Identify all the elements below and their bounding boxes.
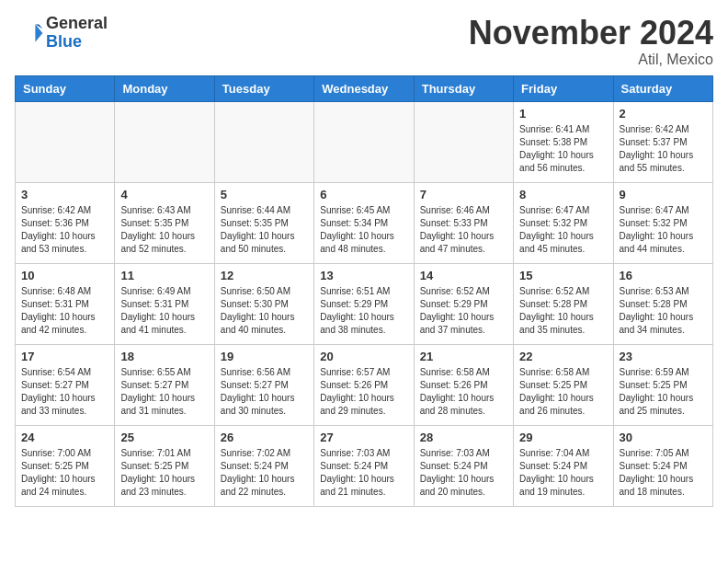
day-number: 29 (519, 431, 607, 444)
day-info: Sunrise: 6:53 AMSunset: 5:28 PMDaylight:… (620, 285, 707, 337)
calendar-day: 21Sunrise: 6:58 AMSunset: 5:26 PMDayligh… (414, 344, 513, 425)
calendar-day: 7Sunrise: 6:46 AMSunset: 5:33 PMDaylight… (414, 182, 513, 263)
calendar-day: 17Sunrise: 6:54 AMSunset: 5:27 PMDayligh… (16, 344, 115, 425)
svg-marker-0 (35, 24, 42, 41)
day-number: 21 (420, 350, 507, 363)
calendar-day: 15Sunrise: 6:52 AMSunset: 5:28 PMDayligh… (514, 263, 613, 344)
day-info: Sunrise: 6:56 AMSunset: 5:27 PMDaylight:… (221, 366, 308, 418)
calendar-day: 10Sunrise: 6:48 AMSunset: 5:31 PMDayligh… (16, 263, 115, 344)
day-info: Sunrise: 6:54 AMSunset: 5:27 PMDaylight:… (21, 366, 108, 418)
day-info: Sunrise: 6:42 AMSunset: 5:37 PMDaylight:… (620, 123, 707, 175)
calendar-day: 30Sunrise: 7:05 AMSunset: 5:24 PMDayligh… (613, 425, 712, 506)
calendar-day: 8Sunrise: 6:47 AMSunset: 5:32 PMDaylight… (514, 182, 613, 263)
day-number: 8 (519, 188, 607, 201)
calendar-day: 4Sunrise: 6:43 AMSunset: 5:35 PMDaylight… (115, 182, 214, 263)
calendar-day: 27Sunrise: 7:03 AMSunset: 5:24 PMDayligh… (314, 425, 414, 506)
day-number: 17 (21, 350, 108, 363)
calendar-day: 13Sunrise: 6:51 AMSunset: 5:29 PMDayligh… (314, 263, 414, 344)
day-info: Sunrise: 6:41 AMSunset: 5:38 PMDaylight:… (519, 123, 607, 175)
calendar-week-4: 17Sunrise: 6:54 AMSunset: 5:27 PMDayligh… (16, 344, 713, 425)
calendar-day: 6Sunrise: 6:45 AMSunset: 5:34 PMDaylight… (314, 182, 414, 263)
calendar-day: 28Sunrise: 7:03 AMSunset: 5:24 PMDayligh… (414, 425, 513, 506)
calendar-day: 16Sunrise: 6:53 AMSunset: 5:28 PMDayligh… (613, 263, 712, 344)
day-number: 5 (221, 188, 308, 201)
day-info: Sunrise: 6:50 AMSunset: 5:30 PMDaylight:… (221, 285, 308, 337)
day-info: Sunrise: 7:03 AMSunset: 5:24 PMDaylight:… (320, 447, 407, 499)
day-number: 16 (620, 269, 707, 282)
day-info: Sunrise: 7:05 AMSunset: 5:24 PMDaylight:… (620, 447, 707, 499)
day-info: Sunrise: 6:46 AMSunset: 5:33 PMDaylight:… (420, 204, 507, 256)
logo-icon (15, 18, 44, 48)
day-number: 11 (120, 269, 208, 282)
calendar-week-5: 24Sunrise: 7:00 AMSunset: 5:25 PMDayligh… (16, 425, 713, 506)
weekday-header-wednesday: Wednesday (314, 75, 414, 101)
calendar-day: 22Sunrise: 6:58 AMSunset: 5:25 PMDayligh… (514, 344, 613, 425)
calendar-day: 9Sunrise: 6:47 AMSunset: 5:32 PMDaylight… (613, 182, 712, 263)
day-number: 18 (120, 350, 208, 363)
weekday-header-tuesday: Tuesday (214, 75, 313, 101)
calendar-day: 23Sunrise: 6:59 AMSunset: 5:25 PMDayligh… (613, 344, 712, 425)
calendar-day (16, 101, 115, 182)
day-number: 22 (519, 350, 607, 363)
day-info: Sunrise: 6:44 AMSunset: 5:35 PMDaylight:… (221, 204, 308, 256)
calendar-day: 5Sunrise: 6:44 AMSunset: 5:35 PMDaylight… (214, 182, 313, 263)
day-number: 4 (120, 188, 208, 201)
calendar-day: 29Sunrise: 7:04 AMSunset: 5:24 PMDayligh… (514, 425, 613, 506)
weekday-header-saturday: Saturday (613, 75, 712, 101)
weekday-header-row: SundayMondayTuesdayWednesdayThursdayFrid… (16, 75, 713, 101)
logo-general: General (46, 14, 108, 32)
day-number: 28 (420, 431, 507, 444)
day-info: Sunrise: 6:48 AMSunset: 5:31 PMDaylight:… (21, 285, 108, 337)
day-info: Sunrise: 7:01 AMSunset: 5:25 PMDaylight:… (120, 447, 208, 499)
calendar-day: 14Sunrise: 6:52 AMSunset: 5:29 PMDayligh… (414, 263, 513, 344)
day-number: 13 (320, 269, 407, 282)
day-info: Sunrise: 6:43 AMSunset: 5:35 PMDaylight:… (120, 204, 208, 256)
day-number: 26 (221, 431, 308, 444)
day-number: 20 (320, 350, 407, 363)
day-number: 25 (120, 431, 208, 444)
day-info: Sunrise: 6:45 AMSunset: 5:34 PMDaylight:… (320, 204, 407, 256)
title-area: November 2024 Atil, Mexico (469, 15, 713, 68)
day-number: 10 (21, 269, 108, 282)
logo: General Blue (15, 15, 108, 52)
calendar-week-1: 1Sunrise: 6:41 AMSunset: 5:38 PMDaylight… (16, 101, 713, 182)
day-info: Sunrise: 6:49 AMSunset: 5:31 PMDaylight:… (120, 285, 208, 337)
weekday-header-sunday: Sunday (16, 75, 115, 101)
weekday-header-thursday: Thursday (414, 75, 513, 101)
calendar-day (214, 101, 313, 182)
day-number: 23 (620, 350, 707, 363)
day-number: 30 (620, 431, 707, 444)
day-info: Sunrise: 7:04 AMSunset: 5:24 PMDaylight:… (519, 447, 607, 499)
day-info: Sunrise: 6:42 AMSunset: 5:36 PMDaylight:… (21, 204, 108, 256)
day-number: 1 (519, 107, 607, 121)
calendar-day (414, 101, 513, 182)
logo-blue: Blue (46, 32, 82, 51)
day-number: 2 (620, 107, 707, 121)
day-number: 6 (320, 188, 407, 201)
day-info: Sunrise: 6:52 AMSunset: 5:29 PMDaylight:… (420, 285, 507, 337)
day-info: Sunrise: 6:55 AMSunset: 5:27 PMDaylight:… (120, 366, 208, 418)
calendar-day (314, 101, 414, 182)
weekday-header-monday: Monday (115, 75, 214, 101)
day-number: 3 (21, 188, 108, 201)
day-info: Sunrise: 7:03 AMSunset: 5:24 PMDaylight:… (420, 447, 507, 499)
calendar-day: 26Sunrise: 7:02 AMSunset: 5:24 PMDayligh… (214, 425, 313, 506)
day-number: 14 (420, 269, 507, 282)
calendar-day: 11Sunrise: 6:49 AMSunset: 5:31 PMDayligh… (115, 263, 214, 344)
location: Atil, Mexico (469, 52, 713, 68)
calendar-day: 3Sunrise: 6:42 AMSunset: 5:36 PMDaylight… (16, 182, 115, 263)
day-info: Sunrise: 6:52 AMSunset: 5:28 PMDaylight:… (519, 285, 607, 337)
page-header: General Blue November 2024 Atil, Mexico (15, 15, 713, 68)
calendar-table: SundayMondayTuesdayWednesdayThursdayFrid… (15, 75, 713, 507)
day-number: 12 (221, 269, 308, 282)
calendar-day (115, 101, 214, 182)
calendar-day: 20Sunrise: 6:57 AMSunset: 5:26 PMDayligh… (314, 344, 414, 425)
day-info: Sunrise: 6:58 AMSunset: 5:26 PMDaylight:… (420, 366, 507, 418)
calendar-day: 12Sunrise: 6:50 AMSunset: 5:30 PMDayligh… (214, 263, 313, 344)
weekday-header-friday: Friday (514, 75, 613, 101)
calendar-week-3: 10Sunrise: 6:48 AMSunset: 5:31 PMDayligh… (16, 263, 713, 344)
calendar-day: 18Sunrise: 6:55 AMSunset: 5:27 PMDayligh… (115, 344, 214, 425)
logo-text: General Blue (46, 15, 108, 52)
calendar-day: 2Sunrise: 6:42 AMSunset: 5:37 PMDaylight… (613, 101, 712, 182)
day-info: Sunrise: 6:47 AMSunset: 5:32 PMDaylight:… (620, 204, 707, 256)
